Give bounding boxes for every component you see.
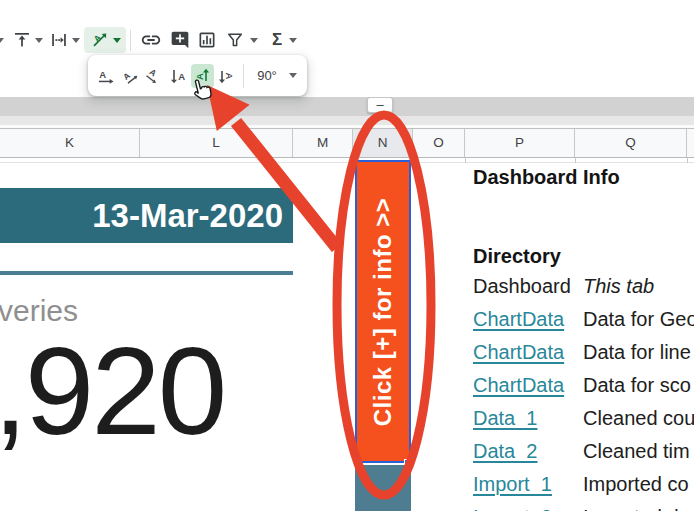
chevron-down-icon [250,38,258,43]
band-strip [0,116,694,125]
rotation-option-rotate-up[interactable]: A [191,64,214,88]
sheet-description: Data for Geo [583,308,694,331]
column-header-k[interactable]: K [0,129,140,157]
column-group-band: – [0,97,694,128]
collapse-group-button[interactable]: – [367,97,393,113]
column-header-m[interactable]: M [293,129,353,157]
divider-line [0,271,293,275]
insert-link-button[interactable] [137,27,165,53]
text-wrap-button[interactable] [47,27,71,53]
sheet-description: Imported co [583,473,689,496]
directory-list: Dashboard This tab ChartData Data for Ge… [473,270,694,511]
sheets-app-window: A Σ [0,0,694,511]
rotation-angle-dropdown[interactable] [286,64,300,88]
sheet-link[interactable]: ChartData [473,341,575,364]
insert-chart-icon [197,30,217,50]
sheet-description: This tab [583,275,654,298]
directory-row: Import_1 Imported co [473,468,694,501]
gridline [575,158,576,163]
filter-dropdown[interactable] [248,27,260,53]
column-header-o[interactable]: O [413,129,465,157]
vertical-align-icon [12,30,32,50]
steel-blue-cell[interactable] [355,465,411,511]
date-banner-cell[interactable]: 13-Mar-2020 [0,188,293,243]
directory-row: Data_2 Cleaned tim [473,435,694,468]
directory-row: ChartData Data for sco [473,369,694,402]
sheet-description: Data for line [583,341,691,364]
sheet-description: Cleaned cou [583,407,694,430]
column-header-n[interactable]: N [353,129,413,157]
directory-row: Dashboard This tab [473,270,694,303]
sheet-grid: 13-Mar-2020 veries ,920 Click [+] for in… [0,158,694,511]
directory-row: ChartData Data for line [473,336,694,369]
svg-text:A: A [147,66,158,78]
sheet-link[interactable]: Import_1 [473,473,575,496]
gridline [465,158,466,163]
directory-row: ChartData Data for Geo [473,303,694,336]
column-header-partial[interactable] [687,129,694,157]
tilt-up-icon: A [120,66,140,86]
svg-text:A: A [91,33,102,44]
filter-icon [225,30,245,50]
text-wrap-dropdown[interactable] [70,27,82,53]
sheet-link[interactable]: ChartData [473,308,575,331]
stack-vertically-icon: A [168,66,188,86]
insert-comment-button[interactable] [166,27,194,53]
metric-value: ,920 [0,328,224,453]
sheet-description: Cleaned tim [583,440,690,463]
column-header-row: K L M N O P Q [0,128,694,158]
menu-divider [243,64,244,88]
rotate-up-icon: A [192,66,212,86]
directory-row: Data_1 Cleaned cou [473,402,694,435]
rotation-option-rotate-down[interactable]: A [215,64,238,88]
sheet-description: Imported d [583,506,679,511]
svg-text:A: A [178,71,185,82]
text-rotation-icon: A [90,30,110,50]
svg-text:A: A [194,73,205,80]
vertical-cell-text: Click [+] for info >> [369,197,397,426]
rotation-option-tilt-none[interactable]: A [95,64,118,88]
sheet-link[interactable]: Import_2 [473,506,575,511]
chevron-down-icon [0,38,4,43]
svg-text:A: A [121,70,132,82]
vertical-align-dropdown[interactable] [33,27,45,53]
rotation-option-tilt-down[interactable]: A [143,64,166,88]
text-wrap-icon [49,30,69,50]
rotation-option-tilt-up[interactable]: A [119,64,142,88]
toolbar-divider [130,30,131,51]
chevron-down-icon [113,38,121,43]
sheet-link[interactable]: Data_1 [473,407,575,430]
rotation-option-stack-vertically[interactable]: A [167,64,190,88]
gridline [0,162,694,163]
tilt-down-icon: A [144,66,164,86]
selected-note-cell[interactable]: Click [+] for info >> [355,160,411,463]
gridline [687,158,688,163]
functions-dropdown[interactable] [287,27,299,53]
link-icon [140,29,162,51]
rotation-angle-value[interactable]: 90° [249,68,285,83]
vertical-align-button[interactable] [10,27,34,53]
text-rotation-button[interactable]: A [84,27,126,53]
sheet-link[interactable]: ChartData [473,374,575,397]
directory-row: Import_2 Imported d [473,501,694,511]
insert-chart-button[interactable] [193,27,221,53]
chevron-down-icon [289,38,297,43]
sheet-name: Dashboard [473,275,575,298]
info-panel-title: Dashboard Info [473,166,620,189]
directory-heading: Directory [473,245,561,268]
create-filter-button[interactable] [221,27,249,53]
partial-dropdown-caret[interactable] [0,27,6,53]
column-header-p[interactable]: P [465,129,575,157]
chevron-down-icon [289,73,297,78]
chevron-down-icon [72,38,80,43]
column-header-q[interactable]: Q [575,129,687,157]
svg-text:A: A [224,72,235,79]
chevron-down-icon [35,38,43,43]
column-header-l[interactable]: L [140,129,293,157]
sheet-description: Data for sco [583,374,691,397]
tilt-none-icon: A [96,66,116,86]
text-rotation-menu: A A A A A [88,55,307,96]
sheet-link[interactable]: Data_2 [473,440,575,463]
insert-comment-icon [170,30,190,50]
sum-icon: Σ [272,27,282,53]
